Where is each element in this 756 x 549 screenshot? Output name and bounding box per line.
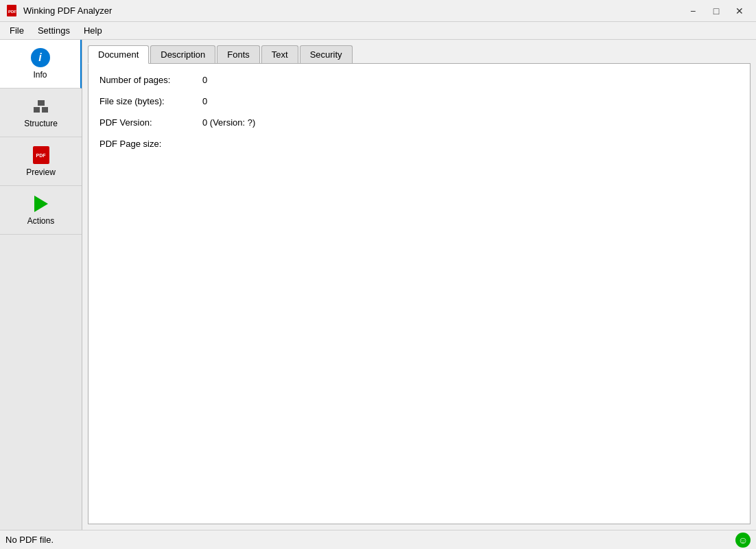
value-pages: 0 (202, 75, 207, 85)
sidebar-item-info[interactable]: i Info (0, 40, 82, 89)
menu-settings[interactable]: Settings (31, 24, 77, 37)
sidebar-item-actions[interactable]: Actions (0, 186, 82, 235)
tab-document[interactable]: Document (88, 45, 149, 64)
tab-bar: Document Description Fonts Text Security (88, 45, 751, 64)
actions-icon (32, 194, 51, 213)
minimize-button[interactable]: − (682, 3, 704, 19)
tab-description[interactable]: Description (150, 45, 215, 63)
title-bar: PDF Winking PDF Analyzer − □ ✕ (0, 0, 756, 22)
sidebar-label-preview: Preview (26, 167, 56, 177)
app-icon: PDF (5, 4, 19, 18)
label-pagesize: PDF Page size: (99, 139, 202, 149)
value-pdfversion: 0 (Version: ?) (202, 117, 255, 128)
info-icon: i (31, 48, 50, 67)
tab-security[interactable]: Security (300, 45, 353, 63)
field-row-pagesize: PDF Page size: (99, 139, 739, 149)
status-text: No PDF file. (5, 535, 54, 545)
sidebar-item-structure[interactable]: Structure (0, 89, 82, 137)
main-layout: i Info Structure PDF Preview (0, 40, 756, 530)
app-title: Winking PDF Analyzer (23, 5, 682, 16)
close-button[interactable]: ✕ (729, 3, 751, 19)
preview-icon: PDF (32, 145, 51, 165)
field-row-filesize: File size (bytes): 0 (99, 96, 739, 106)
label-filesize: File size (bytes): (99, 96, 202, 106)
maximize-button[interactable]: □ (705, 3, 727, 19)
svg-text:PDF: PDF (8, 10, 16, 14)
sidebar-item-preview[interactable]: PDF Preview (0, 137, 82, 186)
tab-fonts[interactable]: Fonts (217, 45, 260, 63)
label-pages: Number of pages: (99, 75, 202, 85)
window-controls: − □ ✕ (682, 3, 751, 19)
sidebar-label-info: Info (33, 70, 47, 80)
menu-bar: File Settings Help (0, 22, 756, 40)
structure-icon (32, 97, 51, 116)
field-row-pages: Number of pages: 0 (99, 75, 739, 85)
sidebar: i Info Structure PDF Preview (0, 40, 82, 530)
label-pdfversion: PDF Version: (99, 117, 202, 128)
menu-file[interactable]: File (3, 24, 31, 37)
status-smiley-icon: ☺ (735, 533, 751, 548)
tab-text[interactable]: Text (261, 45, 298, 63)
value-filesize: 0 (202, 96, 207, 106)
sidebar-label-structure: Structure (24, 119, 58, 128)
sidebar-label-actions: Actions (27, 216, 54, 226)
status-bar: No PDF file. ☺ (0, 530, 756, 549)
menu-help[interactable]: Help (77, 24, 109, 37)
tab-content-document: Number of pages: 0 File size (bytes): 0 … (88, 64, 751, 524)
content-area: Document Description Fonts Text Security… (82, 40, 756, 530)
field-row-pdfversion: PDF Version: 0 (Version: ?) (99, 117, 739, 128)
